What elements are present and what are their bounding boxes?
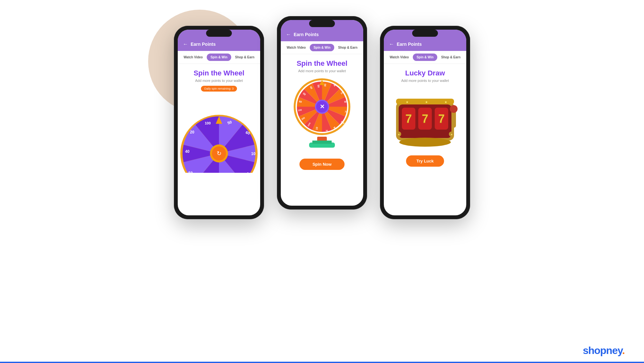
content-subtitle-2: Add more points to your wallet — [298, 69, 346, 73]
phones-container: ← Earn Points Watch Video Spin & Win Sho… — [0, 16, 644, 219]
slot-machine: 7 7 7 ★ ★ ★ ★ — [390, 89, 460, 150]
tab-watch-video-3[interactable]: Watch Video — [387, 54, 412, 61]
svg-text:10: 10 — [251, 152, 256, 156]
phone-content-2: Spin the Wheel Add more points to your w… — [281, 54, 363, 206]
svg-text:40: 40 — [185, 149, 190, 154]
daily-badge-1: Daily spin remaining: 3 — [201, 86, 237, 92]
back-arrow-2[interactable]: ← — [286, 32, 291, 37]
bottom-bar — [0, 362, 644, 363]
content-subtitle-1: Add more points to your wallet — [195, 79, 243, 83]
tab-shop-earn-2[interactable]: Shop & Earn — [336, 44, 360, 51]
svg-text:20: 20 — [190, 130, 194, 134]
wheel-partial: 50 60 10 40 80 — [178, 95, 260, 173]
phone-3: ← Earn Points Watch Video Spin & Win Sho… — [380, 26, 470, 219]
phone-screen-2: ← Earn Points Watch Video Spin & Win Sho… — [281, 20, 363, 206]
tab-watch-video-2[interactable]: Watch Video — [284, 44, 308, 51]
header-title-1: Earn Points — [191, 42, 216, 47]
header-title-3: Earn Points — [397, 42, 422, 47]
logo-text: shopney — [583, 345, 622, 356]
content-title-1: Spin the Wheel — [194, 69, 244, 77]
phone-notch-3 — [412, 30, 438, 37]
content-title-3: Lucky Draw — [405, 69, 445, 77]
phone-2: ← Earn Points Watch Video Spin & Win Sho… — [277, 16, 367, 210]
svg-text:7: 7 — [422, 112, 428, 125]
svg-text:10: 10 — [315, 127, 318, 130]
svg-text:7: 7 — [405, 112, 412, 125]
svg-text:★: ★ — [450, 133, 453, 136]
phone-content-1: Spin the Wheel Add more points to your w… — [178, 64, 260, 215]
tab-bar-2: Watch Video Spin & Win Shop & Earn — [281, 41, 363, 54]
try-luck-button[interactable]: Try Luck — [406, 155, 444, 167]
content-title-2: Spin the Wheel — [297, 59, 347, 68]
svg-text:★: ★ — [406, 100, 409, 104]
svg-text:★: ★ — [425, 100, 428, 104]
back-arrow-1[interactable]: ← — [183, 41, 188, 47]
tab-spin-win-1[interactable]: Spin & Win — [207, 54, 231, 61]
tab-shop-earn-1[interactable]: Shop & Earn — [232, 54, 257, 61]
phone-notch-2 — [309, 20, 335, 27]
svg-text:50: 50 — [188, 171, 193, 173]
tab-spin-win-2[interactable]: Spin & Win — [310, 44, 334, 51]
svg-text:100: 100 — [205, 121, 211, 125]
header-title-2: Earn Points — [294, 32, 319, 37]
tab-shop-earn-3[interactable]: Shop & Earn — [439, 54, 463, 61]
svg-text:30: 30 — [324, 83, 327, 87]
svg-point-67 — [399, 138, 451, 147]
svg-text:✕: ✕ — [320, 103, 325, 110]
phone-1: ← Earn Points Watch Video Spin & Win Sho… — [174, 26, 264, 219]
back-arrow-3[interactable]: ← — [389, 41, 394, 47]
phone-screen-3: ← Earn Points Watch Video Spin & Win Sho… — [384, 30, 466, 215]
svg-text:20: 20 — [325, 130, 328, 133]
phone-content-3: Lucky Draw Add more points to your walle… — [384, 64, 466, 215]
svg-text:7: 7 — [438, 112, 445, 125]
svg-text:★: ★ — [398, 133, 400, 136]
shopney-logo: shopney. — [583, 345, 625, 357]
wheel-full: 30 40 100 60 70 — [288, 76, 356, 153]
content-subtitle-3: Add more points to your wallet — [401, 79, 449, 83]
svg-point-62 — [450, 105, 458, 113]
svg-rect-26 — [312, 141, 332, 144]
spin-now-button[interactable]: Spin Now — [299, 159, 344, 170]
svg-text:★: ★ — [444, 100, 447, 104]
tab-watch-video-1[interactable]: Watch Video — [181, 54, 205, 61]
logo-dot: . — [622, 345, 625, 356]
phone-screen-1: ← Earn Points Watch Video Spin & Win Sho… — [178, 30, 260, 215]
tab-spin-win-3[interactable]: Spin & Win — [413, 54, 437, 61]
tab-bar-1: Watch Video Spin & Win Shop & Earn — [178, 51, 260, 64]
tab-bar-3: Watch Video Spin & Win Shop & Earn — [384, 51, 466, 64]
phone-notch-1 — [206, 30, 232, 37]
svg-text:↻: ↻ — [217, 150, 222, 157]
